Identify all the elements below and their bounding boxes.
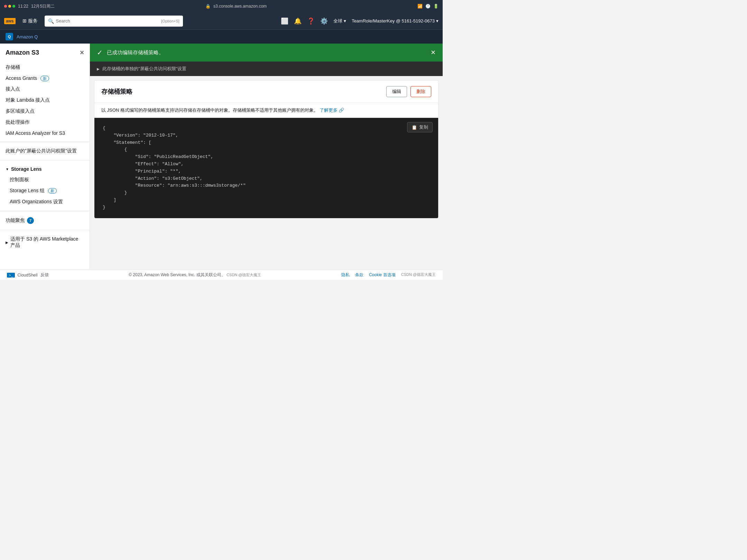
sidebar-item-access-points[interactable]: 接入点 (0, 84, 90, 95)
copy-icon: 📋 (412, 125, 417, 130)
footer-left: >_ CloudShell 反馈 (7, 272, 49, 278)
help-icon[interactable]: ❓ (307, 17, 315, 25)
cloudshell-label[interactable]: CloudShell (18, 273, 38, 278)
collapsible-label: 此存储桶的单独的"屏蔽公共访问权限"设置 (102, 66, 186, 72)
collapsible-section[interactable]: ▶ 此存储桶的单独的"屏蔽公共访问权限"设置 (90, 62, 443, 76)
storage-lens-arrow: ▼ (6, 167, 9, 171)
gear-icon[interactable]: ⚙️ (320, 17, 328, 25)
url-text: s3.console.aws.amazon.com (213, 4, 267, 9)
amazon-q-label: Amazon Q (17, 34, 38, 39)
marketplace-arrow: ▶ (6, 241, 8, 244)
account-menu[interactable]: TeamRole/MasterKey @ 5161-5192-0673 ▾ (352, 18, 439, 24)
main-layout: Amazon S3 ✕ 存储桶 Access Grants 新 接入点 对象 L… (0, 44, 443, 270)
sidebar-item-lambda-access-points[interactable]: 对象 Lambda 接入点 (0, 95, 90, 106)
search-icon: 🔍 (48, 18, 54, 24)
sidebar-item-batch-ops[interactable]: 批处理操作 (0, 117, 90, 128)
region-label: 全球 (333, 18, 342, 24)
sidebar-item-lens-groups[interactable]: Storage Lens 组 新 (0, 185, 90, 196)
access-grants-label: Access Grants (6, 75, 37, 81)
sidebar-title: Amazon S3 (6, 49, 39, 56)
feature-focus-badge: 7 (27, 217, 34, 224)
copyright-text: © 2023, Amazon Web Services, Inc. 或其关联公司… (129, 272, 225, 277)
account-arrow: ▾ (436, 18, 439, 24)
learn-more-link[interactable]: 了解更多 🔗 (320, 108, 344, 113)
footer-right: 隐私 条款 Cookie 首选项 CSDN @德宏大魔王 (341, 272, 436, 278)
success-banner: ✓ 已成功编辑存储桶策略。 ✕ (90, 44, 443, 62)
delete-button[interactable]: 删除 (411, 86, 431, 97)
cookie-link[interactable]: Cookie 首选项 (369, 272, 396, 278)
clock-icon: 🕐 (425, 4, 431, 9)
sidebar: Amazon S3 ✕ 存储桶 Access Grants 新 接入点 对象 L… (0, 44, 90, 270)
privacy-link[interactable]: 隐私 (341, 272, 350, 278)
q-icon-text: Q (8, 35, 11, 39)
lens-groups-badge: 新 (48, 188, 57, 194)
copy-label: 复制 (419, 124, 428, 130)
close-dot[interactable] (4, 5, 7, 8)
success-icon: ✓ (97, 48, 103, 57)
storage-lens-sub: 控制面板 Storage Lens 组 新 AWS Organizations … (0, 174, 90, 207)
feature-focus-label: 功能聚焦 (6, 217, 25, 224)
marketplace-label: 适用于 S3 的 AWS Marketplace 产品 (10, 236, 84, 249)
terminal-icon[interactable]: ⬜ (281, 17, 288, 25)
sidebar-item-iam-analyzer[interactable]: IAM Access Analyzer for S3 (0, 128, 90, 138)
sidebar-item-block-access[interactable]: 此账户的"屏蔽公共访问权限"设置 (0, 146, 90, 157)
marketplace-item[interactable]: ▶ 适用于 S3 的 AWS Marketplace 产品 (0, 234, 90, 251)
sidebar-header: Amazon S3 ✕ (0, 49, 90, 62)
feature-focus-item[interactable]: 功能聚焦 7 (0, 215, 90, 226)
policy-description: 以 JSON 格式编写的存储桶策略支持访问存储在存储桶中的对象。存储桶策略不适用… (94, 103, 438, 118)
collapsible-arrow: ▶ (97, 67, 100, 71)
aws-logo[interactable]: aws (4, 18, 16, 24)
minimize-dot[interactable] (8, 5, 11, 8)
window-date: 12月5日周二 (31, 3, 55, 9)
access-grants-badge: 新 (40, 76, 49, 81)
lens-groups-label: Storage Lens 组 (10, 188, 45, 193)
policy-actions: 编辑 删除 (386, 86, 431, 97)
lock-icon: 🔒 (205, 4, 211, 9)
region-selector[interactable]: 全球 ▾ (333, 18, 346, 24)
window-controls: 11:22 12月5日周二 (4, 3, 55, 9)
csdn-watermark: CSDN @德宏大魔王 (401, 272, 436, 278)
success-close-button[interactable]: ✕ (431, 49, 436, 56)
policy-code: { "Version": "2012-10-17", "Statement": … (94, 118, 438, 218)
copy-button[interactable]: 📋 复制 (407, 122, 433, 132)
policy-desc-text: 以 JSON 格式编写的存储桶策略支持访问存储在存储桶中的对象。存储桶策略不适用… (101, 108, 318, 113)
region-arrow: ▾ (344, 18, 346, 24)
search-bar[interactable]: 🔍 [Option+S] (45, 16, 183, 27)
code-block-container: { "Version": "2012-10-17", "Statement": … (94, 118, 438, 218)
policy-header: 存储桶策略 编辑 删除 (94, 81, 438, 103)
sidebar-item-dashboard[interactable]: 控制面板 (0, 174, 90, 185)
storage-lens-label: Storage Lens (11, 166, 42, 172)
sidebar-divider-1 (0, 142, 90, 142)
amazon-q-bar[interactable]: Q Amazon Q (0, 30, 443, 44)
amazon-q-icon: Q (6, 33, 13, 40)
window-time: 11:22 (18, 4, 28, 9)
sidebar-close-button[interactable]: ✕ (80, 49, 84, 56)
browser-url-bar[interactable]: 🔒 s3.console.aws.amazon.com (205, 4, 267, 9)
search-input[interactable] (56, 18, 159, 24)
wifi-icon: 📶 (417, 4, 423, 9)
bell-icon[interactable]: 🔔 (294, 17, 302, 25)
sidebar-item-multi-region[interactable]: 多区域接入点 (0, 106, 90, 117)
aws-logo-box: aws (4, 18, 16, 24)
grid-icon: ⊞ (22, 18, 27, 24)
sidebar-item-buckets[interactable]: 存储桶 (0, 62, 90, 73)
footer-copyright: © 2023, Amazon Web Services, Inc. 或其关联公司… (129, 272, 261, 278)
sidebar-divider-4 (0, 230, 90, 230)
cloudshell-icon: >_ (7, 273, 15, 278)
storage-lens-group[interactable]: ▼ Storage Lens (0, 164, 90, 174)
content-area: ✓ 已成功编辑存储桶策略。 ✕ ▶ 此存储桶的单独的"屏蔽公共访问权限"设置 存… (90, 44, 443, 270)
sidebar-item-aws-org[interactable]: AWS Organizations 设置 (0, 196, 90, 207)
system-icons: 📶 🕐 🔋 (417, 4, 439, 9)
services-menu[interactable]: ⊞ 服务 (20, 17, 40, 26)
window-top-bar: 11:22 12月5日周二 🔒 s3.console.aws.amazon.co… (0, 0, 443, 12)
traffic-lights (4, 5, 15, 8)
edit-button[interactable]: 编辑 (386, 86, 407, 97)
nav-icons: ⬜ 🔔 ❓ ⚙️ 全球 ▾ TeamRole/MasterKey @ 5161-… (281, 17, 439, 25)
terms-link[interactable]: 条款 (355, 272, 363, 278)
policy-section: 存储桶策略 编辑 删除 以 JSON 格式编写的存储桶策略支持访问存储在存储桶中… (94, 80, 439, 218)
maximize-dot[interactable] (12, 5, 15, 8)
sidebar-item-access-grants[interactable]: Access Grants 新 (0, 73, 90, 84)
learn-more-text: 了解更多 (320, 108, 338, 113)
feedback-link[interactable]: 反馈 (40, 272, 49, 278)
sidebar-divider-2 (0, 160, 90, 160)
